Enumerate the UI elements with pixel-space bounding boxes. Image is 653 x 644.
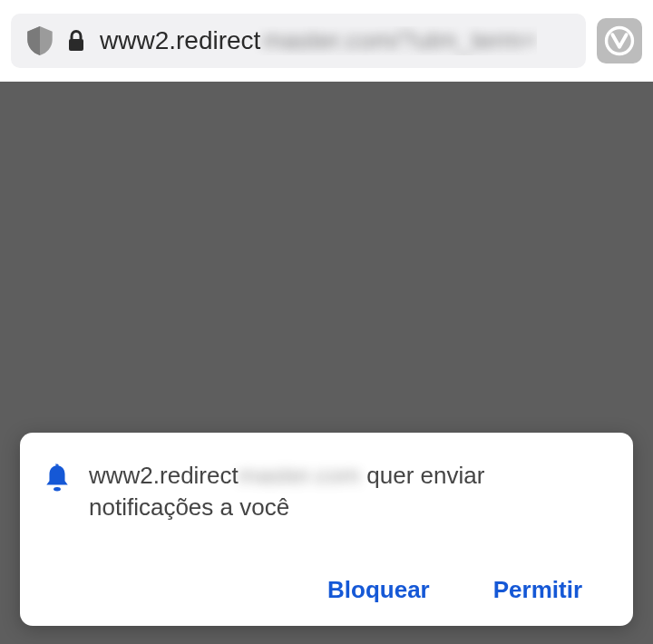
dialog-actions: Bloquear Permitir <box>45 576 608 604</box>
bell-icon <box>45 463 69 493</box>
url-visible-part: www2.redirect <box>100 26 260 54</box>
lock-icon <box>67 30 85 52</box>
vivaldi-icon <box>604 25 635 56</box>
svg-point-2 <box>54 487 61 491</box>
url-text: www2.redirectmaster.com/?utm_term= <box>100 26 537 55</box>
svg-rect-0 <box>69 39 83 51</box>
address-bar[interactable]: www2.redirectmaster.com/?utm_term= <box>11 14 586 68</box>
browser-menu-button[interactable] <box>597 18 642 63</box>
dialog-domain-visible: www2.redirect <box>89 462 239 489</box>
shield-icon <box>27 26 53 55</box>
block-button[interactable]: Bloquear <box>327 576 430 604</box>
allow-button[interactable]: Permitir <box>493 576 582 604</box>
svg-point-1 <box>607 28 633 54</box>
dialog-domain-hidden: master.com <box>239 462 360 489</box>
page-content-area: www2.redirectmaster.com quer enviar noti… <box>0 82 653 644</box>
dialog-message: www2.redirectmaster.com quer enviar noti… <box>89 460 608 523</box>
url-hidden-part: master.com/?utm_term= <box>262 26 537 54</box>
notification-permission-dialog: www2.redirectmaster.com quer enviar noti… <box>20 433 633 626</box>
address-bar-container: www2.redirectmaster.com/?utm_term= <box>0 0 653 82</box>
dialog-header: www2.redirectmaster.com quer enviar noti… <box>45 460 608 523</box>
